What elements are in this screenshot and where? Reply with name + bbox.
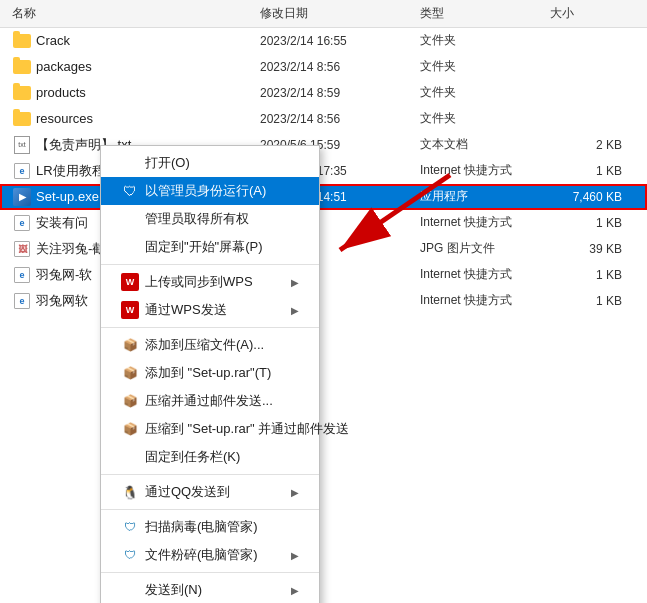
table-row[interactable]: products 2023/2/14 8:59 文件夹 [0, 80, 647, 106]
file-icon-container [12, 57, 32, 77]
table-row[interactable]: ▶ Set-up.exe 2022/9/22 14:51 应用程序 7,460 … [0, 184, 647, 210]
menu-item-scan-virus[interactable]: 🛡扫描病毒(电脑管家) [101, 513, 319, 541]
file-icon-container: e [12, 213, 32, 233]
menu-item-label: 上传或同步到WPS [145, 273, 285, 291]
file-type: 文件夹 [420, 84, 550, 101]
file-type: 应用程序 [420, 188, 550, 205]
menu-item-get-ownership[interactable]: 管理员取得所有权 [101, 205, 319, 233]
menu-item-pin-taskbar[interactable]: 固定到任务栏(K) [101, 443, 319, 471]
empty-icon [121, 448, 139, 466]
menu-item-label: 发送到(N) [145, 581, 285, 599]
shield-icon: 🛡 [121, 182, 139, 200]
table-row[interactable]: e LR使用教程 2022/8/22 17:35 Internet 快捷方式 1… [0, 158, 647, 184]
menu-item-label: 以管理员身份运行(A) [145, 182, 299, 200]
file-size: 39 KB [550, 242, 630, 256]
table-row[interactable]: Crack 2023/2/14 16:55 文件夹 [0, 28, 647, 54]
file-type: 文件夹 [420, 110, 550, 127]
folder-icon [13, 86, 31, 100]
empty-icon [121, 210, 139, 228]
submenu-arrow: ▶ [291, 277, 299, 288]
file-type: Internet 快捷方式 [420, 292, 550, 309]
rar-icon: 📦 [121, 420, 139, 438]
menu-item-add-rar[interactable]: 📦添加到压缩文件(A)... [101, 331, 319, 359]
rar-icon: 📦 [121, 392, 139, 410]
col-type-header[interactable]: 类型 [420, 5, 550, 22]
context-menu[interactable]: 打开(O)🛡以管理员身份运行(A)管理员取得所有权固定到"开始"屏幕(P)W上传… [100, 145, 320, 603]
menu-separator [101, 572, 319, 573]
file-name: products [0, 83, 260, 103]
col-name-header[interactable]: 名称 [0, 5, 260, 22]
table-row[interactable]: packages 2023/2/14 8:56 文件夹 [0, 54, 647, 80]
menu-item-shred[interactable]: 🛡文件粉碎(电脑管家)▶ [101, 541, 319, 569]
jpg-icon: 🖼 [14, 241, 30, 257]
menu-item-label: 扫描病毒(电脑管家) [145, 518, 299, 536]
menu-item-send-wps[interactable]: W通过WPS发送▶ [101, 296, 319, 324]
rar-icon: 📦 [121, 364, 139, 382]
empty-icon [121, 581, 139, 599]
file-size: 2 KB [550, 138, 630, 152]
file-icon-container: 🖼 [12, 239, 32, 259]
col-size-header[interactable]: 大小 [550, 5, 630, 22]
file-icon-container [12, 109, 32, 129]
file-icon-container [12, 31, 32, 51]
menu-item-send-to[interactable]: 发送到(N)▶ [101, 576, 319, 603]
exe-icon: ▶ [13, 188, 31, 206]
file-name: Crack [0, 31, 260, 51]
file-icon-container: txt [12, 135, 32, 155]
menu-item-label: 管理员取得所有权 [145, 210, 299, 228]
txt-icon: txt [14, 136, 30, 154]
file-size: 1 KB [550, 268, 630, 282]
submenu-arrow: ▶ [291, 487, 299, 498]
wps-icon: W [121, 301, 139, 319]
menu-item-pin-to-start[interactable]: 固定到"开始"屏幕(P) [101, 233, 319, 261]
empty-icon [121, 238, 139, 256]
folder-icon [13, 112, 31, 126]
table-row[interactable]: e 羽兔网软 Internet 快捷方式 1 KB [0, 288, 647, 314]
menu-item-add-setup-rar[interactable]: 📦添加到 "Set-up.rar"(T) [101, 359, 319, 387]
menu-separator [101, 509, 319, 510]
file-size: 1 KB [550, 216, 630, 230]
table-row[interactable]: e 安装有问 Internet 快捷方式 1 KB [0, 210, 647, 236]
menu-item-label: 固定到"开始"屏幕(P) [145, 238, 299, 256]
file-date: 2023/2/14 8:59 [260, 86, 420, 100]
file-icon-container: e [12, 161, 32, 181]
menu-item-run-as-admin[interactable]: 🛡以管理员身份运行(A) [101, 177, 319, 205]
file-type: Internet 快捷方式 [420, 266, 550, 283]
submenu-arrow: ▶ [291, 305, 299, 316]
menu-item-compress-setup-email[interactable]: 📦压缩到 "Set-up.rar" 并通过邮件发送 [101, 415, 319, 443]
file-list: Crack 2023/2/14 16:55 文件夹 packages 2023/… [0, 28, 647, 314]
url-icon: e [14, 215, 30, 231]
file-size: 1 KB [550, 294, 630, 308]
table-row[interactable]: txt 【免责声明】.txt 2020/5/6 15:59 文本文档 2 KB [0, 132, 647, 158]
file-type: JPG 图片文件 [420, 240, 550, 257]
file-size: 7,460 KB [550, 190, 630, 204]
file-size: 1 KB [550, 164, 630, 178]
menu-item-open[interactable]: 打开(O) [101, 149, 319, 177]
file-type: 文本文档 [420, 136, 550, 153]
column-headers: 名称 修改日期 类型 大小 [0, 0, 647, 28]
menu-item-upload-wps[interactable]: W上传或同步到WPS▶ [101, 268, 319, 296]
file-type: Internet 快捷方式 [420, 162, 550, 179]
qq-icon: 🐧 [121, 483, 139, 501]
wps-icon: W [121, 273, 139, 291]
menu-separator [101, 474, 319, 475]
menu-item-label: 通过WPS发送 [145, 301, 285, 319]
menu-item-compress-email[interactable]: 📦压缩并通过邮件发送... [101, 387, 319, 415]
table-row[interactable]: 🖼 关注羽兔-截 JPG 图片文件 39 KB [0, 236, 647, 262]
menu-item-label: 固定到任务栏(K) [145, 448, 299, 466]
table-row[interactable]: e 羽兔网-软 Internet 快捷方式 1 KB [0, 262, 647, 288]
menu-separator [101, 327, 319, 328]
folder-icon [13, 34, 31, 48]
file-icon-container: ▶ [12, 187, 32, 207]
file-type: Internet 快捷方式 [420, 214, 550, 231]
menu-item-send-qq[interactable]: 🐧通过QQ发送到▶ [101, 478, 319, 506]
menu-item-label: 压缩并通过邮件发送... [145, 392, 299, 410]
col-date-header[interactable]: 修改日期 [260, 5, 420, 22]
table-row[interactable]: resources 2023/2/14 8:56 文件夹 [0, 106, 647, 132]
tencent-icon: 🛡 [121, 546, 139, 564]
url-icon: e [14, 293, 30, 309]
folder-icon [13, 60, 31, 74]
menu-item-label: 添加到 "Set-up.rar"(T) [145, 364, 299, 382]
menu-item-label: 添加到压缩文件(A)... [145, 336, 299, 354]
menu-item-label: 压缩到 "Set-up.rar" 并通过邮件发送 [145, 420, 349, 438]
